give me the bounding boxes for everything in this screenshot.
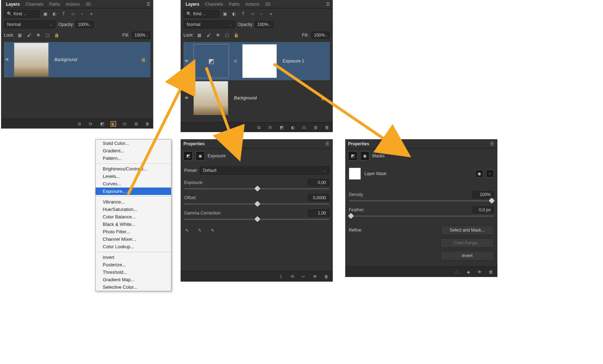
new-adjustment-layer-icon[interactable]: ◐ [111, 121, 116, 127]
filter-type-icon[interactable]: T [240, 11, 246, 17]
kind-filter[interactable]: 🔍 Kind [183, 10, 219, 18]
mask-thumbnail[interactable] [242, 44, 277, 78]
fill-input[interactable]: 100% [311, 32, 330, 39]
invert-button[interactable]: Invert [441, 251, 494, 261]
delete-adjustment-icon[interactable]: 🗑 [324, 274, 329, 279]
previous-state-icon[interactable]: ⟲ [289, 274, 295, 279]
load-selection-icon[interactable]: ◌ [454, 269, 460, 275]
layer-thumbnail[interactable] [14, 43, 49, 77]
lock-all-icon[interactable]: 🔒 [54, 32, 60, 38]
lock-paint-icon[interactable]: 🖌 [206, 32, 212, 38]
preset-select[interactable]: Default [200, 166, 329, 175]
new-layer-icon[interactable]: ⊞ [313, 125, 319, 130]
layer-name[interactable]: Background [52, 57, 137, 62]
link-layers-icon[interactable]: ⧉ [76, 121, 82, 127]
filter-adjust-icon[interactable]: ◐ [231, 11, 237, 17]
visibility-toggle[interactable]: 👁 [183, 58, 190, 64]
filter-adjust-icon[interactable]: ◐ [52, 11, 57, 17]
offset-value[interactable]: 0,0000 [308, 194, 329, 201]
disable-mask-icon[interactable]: 👁 [477, 269, 482, 275]
menu-gradient-map[interactable]: Gradient Map... [96, 276, 171, 283]
filter-image-icon[interactable]: ▣ [222, 11, 228, 17]
slider-handle[interactable] [489, 198, 495, 204]
menu-exposure[interactable]: Exposure... [96, 188, 171, 195]
toggle-visibility-icon[interactable]: 👁 [312, 274, 318, 279]
new-layer-icon[interactable]: ⊞ [133, 121, 139, 127]
layer-row-exposure[interactable]: 👁 ◩ ⧉ Exposure 1 [183, 42, 330, 80]
filter-type-icon[interactable]: T [61, 11, 66, 17]
layer-row-background[interactable]: 👁 Background 🔒 [183, 80, 330, 116]
reset-icon[interactable]: ⤺ [301, 274, 306, 279]
tab-actions[interactable]: Actions [63, 0, 82, 8]
panel-menu-icon[interactable]: ☰ [325, 1, 331, 7]
clip-to-layer-icon[interactable]: ⤵ [278, 274, 284, 279]
exposure-type-icon[interactable]: ◩ [348, 151, 357, 161]
visibility-toggle[interactable]: 👁 [183, 95, 190, 101]
link-mask-icon[interactable]: ⧉ [233, 59, 239, 64]
new-adjustment-layer-icon[interactable]: ◐ [290, 125, 296, 130]
menu-channel-mixer[interactable]: Channel Mixer... [96, 235, 171, 243]
lock-artboard-icon[interactable]: ▢ [45, 32, 50, 38]
tab-3d[interactable]: 3D [262, 0, 273, 8]
slider-track[interactable] [349, 200, 494, 201]
eyedropper-white-icon[interactable]: ✎ [210, 228, 215, 233]
new-group-icon[interactable]: 🗀 [122, 121, 128, 127]
panel-menu-icon[interactable]: ☰ [145, 1, 151, 7]
color-range-button[interactable]: Color Range... [441, 238, 494, 248]
apply-mask-icon[interactable]: ◈ [465, 269, 471, 275]
pixel-mask-icon[interactable]: ◉ [475, 170, 483, 178]
menu-selective-color[interactable]: Selective Color... [96, 283, 171, 291]
lock-artboard-icon[interactable]: ▢ [224, 32, 230, 38]
adjustment-thumbnail[interactable]: ◩ [193, 44, 229, 78]
filter-smart-icon[interactable]: ▫ [259, 11, 265, 17]
menu-posterize[interactable]: Posterize... [96, 261, 171, 268]
slider-handle[interactable] [254, 186, 260, 192]
fill-input[interactable]: 100% [132, 32, 150, 39]
tab-layers[interactable]: Layers [3, 0, 23, 8]
adjustment-layer-menu[interactable]: Solid Color... Gradient... Pattern... Br… [95, 139, 171, 291]
density-value[interactable]: 100% [473, 191, 494, 198]
fx-icon[interactable]: fx [88, 121, 94, 127]
layer-name[interactable]: Background [232, 96, 317, 100]
layer-thumbnail[interactable] [193, 81, 228, 115]
menu-hue-saturation[interactable]: Hue/Saturation... [96, 206, 171, 213]
masks-type-icon[interactable]: ◉ [196, 151, 205, 161]
blend-mode-select[interactable]: Normal [183, 21, 235, 28]
delete-layer-icon[interactable]: 🗑 [324, 125, 330, 130]
tab-paths[interactable]: Paths [226, 0, 242, 8]
opacity-input[interactable]: 100% [75, 21, 94, 28]
lock-all-icon[interactable]: 🔒 [234, 32, 239, 38]
delete-layer-icon[interactable]: 🗑 [145, 121, 150, 127]
new-group-icon[interactable]: 🗀 [302, 125, 307, 130]
eyedropper-gray-icon[interactable]: ✎ [197, 228, 203, 233]
menu-curves[interactable]: Curves... [96, 180, 171, 188]
exposure-value[interactable]: 0,00 [308, 179, 329, 186]
lock-paint-icon[interactable]: 🖌 [26, 32, 32, 38]
opacity-input[interactable]: 100% [255, 21, 273, 28]
menu-solid-color[interactable]: Solid Color... [96, 140, 171, 147]
menu-invert[interactable]: Invert [96, 254, 171, 261]
menu-gradient[interactable]: Gradient... [96, 147, 171, 154]
tab-channels[interactable]: Channels [202, 0, 226, 8]
panel-menu-icon[interactable]: ☰ [489, 141, 495, 147]
feather-value[interactable]: 0,0 px [473, 206, 494, 213]
menu-black-white[interactable]: Black & White... [96, 221, 171, 228]
filter-image-icon[interactable]: ▣ [42, 11, 48, 17]
layer-row-background[interactable]: 👁 Background 🔒 [4, 42, 150, 77]
menu-levels[interactable]: Levels... [96, 173, 171, 180]
filter-smart-icon[interactable]: ▫ [79, 11, 85, 17]
add-mask-icon[interactable]: ◩ [99, 121, 105, 127]
menu-vibrance[interactable]: Vibrance... [96, 198, 171, 206]
menu-brightness-contrast[interactable]: Brightness/Contrast... [96, 165, 171, 173]
menu-pattern[interactable]: Pattern... [96, 154, 171, 162]
slider-handle[interactable] [254, 201, 260, 207]
select-and-mask-button[interactable]: Select and Mask... [441, 225, 494, 235]
filter-shape-icon[interactable]: ▱ [250, 11, 255, 17]
fx-icon[interactable]: fx [267, 125, 273, 130]
eyedropper-black-icon[interactable]: ✎ [184, 228, 190, 233]
filter-toggle-icon[interactable]: ● [268, 11, 274, 17]
panel-menu-icon[interactable]: ☰ [324, 141, 330, 147]
slider-track[interactable] [349, 216, 494, 217]
slider-handle[interactable] [348, 213, 354, 219]
tab-3d[interactable]: 3D [82, 0, 94, 8]
